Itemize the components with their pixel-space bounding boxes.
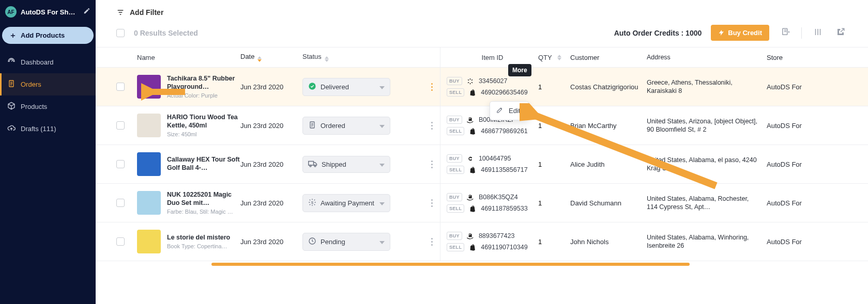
- store-name-cell: AutoDS For: [767, 83, 818, 91]
- order-date: Jun 23rd 2020: [240, 122, 302, 130]
- add-products-button[interactable]: Add Products: [2, 27, 94, 44]
- product-name[interactable]: HARIO Tioru Wood Tea Kettle, 450ml: [167, 114, 240, 130]
- product-name[interactable]: Callaway HEX Tour Soft Golf Ball 4-…: [167, 156, 240, 172]
- buy-id[interactable]: 33456027: [479, 77, 508, 85]
- address: United States, Alabama, Rochester, 114 C…: [647, 195, 767, 212]
- store-name: AutoDS For Shopif...: [21, 8, 79, 16]
- more-actions-button[interactable]: [430, 80, 434, 94]
- col-qty[interactable]: QTY: [538, 54, 570, 61]
- row-checkbox[interactable]: [116, 83, 125, 91]
- product-thumbnail[interactable]: [137, 191, 161, 215]
- export-icon[interactable]: [779, 25, 792, 41]
- store-selector[interactable]: AF AutoDS For Shopif...: [0, 0, 96, 24]
- sidebar-item-products[interactable]: Products: [0, 95, 96, 118]
- sidebar-item-orders[interactable]: Orders: [0, 73, 96, 95]
- table-row: HARIO Tioru Wood Tea Kettle, 450mlSize: …: [96, 106, 868, 145]
- address: Greece, Athens, Thessaloniki, Karaiskaki…: [647, 78, 767, 95]
- status-label: Awaiting Payment: [321, 199, 374, 207]
- status-select[interactable]: Shipped: [302, 156, 390, 173]
- clipboard-icon: [7, 79, 16, 89]
- col-status[interactable]: Status: [302, 53, 423, 62]
- source-icon: [466, 193, 475, 201]
- source-icon: [468, 204, 477, 213]
- more-actions-button[interactable]: [430, 196, 434, 210]
- status-select[interactable]: Delivered: [302, 78, 390, 96]
- status-select[interactable]: Pending: [302, 233, 390, 251]
- product-thumbnail[interactable]: [137, 230, 161, 253]
- svg-rect-4: [309, 161, 314, 165]
- edit-popover[interactable]: Edit: [490, 101, 529, 120]
- product-thumbnail[interactable]: [137, 75, 161, 99]
- store-name-cell: AutoDS For: [767, 238, 818, 246]
- buy-id[interactable]: 8893677423: [479, 232, 515, 239]
- source-icon: [466, 116, 475, 124]
- buy-id[interactable]: 100464795: [479, 155, 511, 162]
- more-tooltip: More: [508, 64, 531, 76]
- sidebar: AF AutoDS For Shopif... Add Products Das…: [0, 0, 96, 304]
- select-all-checkbox[interactable]: [116, 29, 125, 37]
- product-name[interactable]: Le storie del mistero: [167, 234, 230, 242]
- status-label: Delivered: [321, 83, 349, 91]
- source-icon: [468, 166, 477, 174]
- buy-tag: BUY: [447, 232, 462, 240]
- buy-credit-button[interactable]: Buy Credit: [711, 25, 769, 41]
- address: United States, Alabama, Winhoring, Isenb…: [647, 233, 767, 250]
- gauge-icon: [7, 57, 16, 67]
- product-name[interactable]: Tachikara 8.5" Rubber Playground…: [167, 75, 240, 91]
- svg-point-6: [314, 165, 316, 167]
- buy-id[interactable]: B086K35QZ4: [479, 194, 518, 201]
- filter-bar: Add Filter: [96, 0, 868, 19]
- product-thumbnail[interactable]: [137, 114, 161, 137]
- col-store[interactable]: Store: [767, 54, 818, 61]
- sidebar-item-drafts[interactable]: Drafts (111): [0, 118, 96, 140]
- status-icon: [308, 160, 317, 169]
- status-select[interactable]: $Awaiting Payment: [302, 194, 390, 212]
- row-checkbox[interactable]: [116, 121, 125, 130]
- customer-name: David Schumann: [570, 199, 647, 207]
- qty: 1: [538, 199, 570, 207]
- row-checkbox[interactable]: [116, 160, 125, 168]
- pencil-icon: [496, 106, 504, 115]
- horizontal-scrollbar[interactable]: [211, 263, 690, 266]
- sell-tag: SELL: [447, 166, 464, 174]
- external-link-icon[interactable]: [834, 25, 847, 41]
- col-date[interactable]: Date: [240, 53, 302, 62]
- store-name-cell: AutoDS For: [767, 122, 818, 130]
- more-actions-button[interactable]: [430, 119, 434, 133]
- sell-id[interactable]: 4690296635469: [481, 89, 527, 96]
- status-select[interactable]: Ordered: [302, 117, 390, 135]
- qty: 1: [538, 83, 570, 91]
- source-icon: [466, 154, 475, 163]
- col-customer[interactable]: Customer: [570, 54, 647, 61]
- more-actions-button[interactable]: [430, 235, 434, 249]
- col-name[interactable]: Name: [137, 54, 240, 61]
- store-name-cell: AutoDS For: [767, 199, 818, 207]
- row-checkbox[interactable]: [116, 237, 125, 246]
- sort-icon: [257, 56, 262, 62]
- more-actions-button[interactable]: [430, 157, 434, 171]
- sell-id[interactable]: 4691187859533: [481, 205, 527, 212]
- sell-tag: SELL: [447, 204, 464, 213]
- status-icon: [308, 237, 316, 247]
- buy-tag: BUY: [447, 77, 462, 85]
- table-row: Callaway HEX Tour Soft Golf Ball 4-…Jun …: [96, 145, 868, 184]
- main: Add Filter 0 Results Selected Auto Order…: [96, 0, 868, 304]
- product-name[interactable]: NUK 10225201 Magic Duo Set mit…: [167, 191, 240, 207]
- row-checkbox[interactable]: [116, 199, 125, 207]
- sell-id[interactable]: 4686779869261: [481, 127, 527, 135]
- add-filter-button[interactable]: Add Filter: [116, 8, 163, 17]
- sidebar-item-dashboard[interactable]: Dashboard: [0, 51, 96, 73]
- col-address[interactable]: Address: [647, 53, 767, 61]
- status-icon: [308, 82, 316, 92]
- chevron-down-icon: [379, 238, 385, 246]
- product-meta: Farbe: Blau, Stil: Magic …: [167, 209, 234, 215]
- product-thumbnail[interactable]: [137, 152, 161, 176]
- address: United States, Alabama, el paso, 4240 Kr…: [647, 156, 767, 173]
- sort-icon: [325, 56, 329, 62]
- source-icon: [468, 127, 477, 135]
- sell-id[interactable]: 4691190710349: [481, 244, 527, 251]
- sidebar-item-label: Drafts (111): [21, 125, 56, 133]
- pencil-icon[interactable]: [83, 7, 90, 17]
- sell-id[interactable]: 4691135856717: [481, 166, 527, 173]
- columns-icon[interactable]: [811, 25, 825, 41]
